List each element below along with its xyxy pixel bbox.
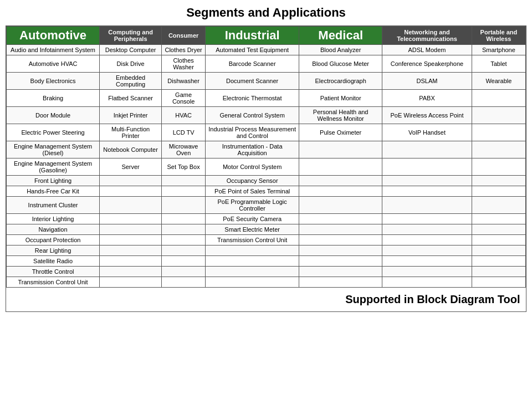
table-cell: PoE Programmable Logic Controller — [206, 197, 299, 214]
table-cell: Transmission Control Unit — [7, 277, 100, 288]
table-cell: Instrument Cluster — [7, 197, 100, 214]
table-cell — [382, 277, 472, 288]
table-cell: Game Console — [162, 90, 206, 107]
table-cell — [472, 224, 525, 235]
table-cell: Document Scanner — [206, 73, 299, 90]
table-cell: Microwave Oven — [162, 141, 206, 158]
table-cell: Blood Analyzer — [299, 45, 382, 55]
table-cell — [299, 197, 382, 214]
table-cell: Motor Control System — [206, 158, 299, 176]
table-cell — [162, 224, 206, 235]
table-cell: Automated Test Equipment — [206, 45, 299, 55]
table-cell: Desktop Computer — [100, 45, 162, 55]
table-cell: Navigation — [7, 224, 100, 235]
table-cell: Instrumentation - Data Acquisition — [206, 141, 299, 158]
table-cell: VoIP Handset — [382, 124, 472, 141]
table-row: Engine Management System (Diesel)Noteboo… — [7, 141, 526, 158]
table-cell: Front Lighting — [7, 176, 100, 186]
table-cell — [100, 267, 162, 277]
table-cell: Wearable — [472, 73, 525, 90]
table-cell — [472, 214, 525, 224]
table-cell — [299, 267, 382, 277]
footer-row: Supported in Block Diagram Tool — [7, 288, 526, 312]
table-row: Transmission Control Unit — [7, 277, 526, 288]
table-cell — [299, 245, 382, 256]
table-cell — [162, 277, 206, 288]
table-cell: LCD TV — [162, 124, 206, 141]
table-cell: DSLAM — [382, 73, 472, 90]
table-cell: Body Electronics — [7, 73, 100, 90]
table-cell — [382, 235, 472, 245]
table-cell — [299, 186, 382, 197]
table-cell — [100, 224, 162, 235]
table-cell: Blood Glucose Meter — [299, 55, 382, 73]
table-cell — [299, 256, 382, 267]
table-row: Throttle Control — [7, 267, 526, 277]
table-cell — [472, 124, 525, 141]
table-row: BrakingFlatbed ScannerGame ConsoleElectr… — [7, 90, 526, 107]
table-cell — [162, 214, 206, 224]
table-row: Satellite Radio — [7, 256, 526, 267]
table-cell — [100, 235, 162, 245]
table-cell — [472, 235, 525, 245]
table-cell: Automotive HVAC — [7, 55, 100, 73]
table-cell: PoE Wireless Access Point — [382, 107, 472, 124]
table-cell — [299, 158, 382, 176]
table-row: Electric Power SteeringMulti-Function Pr… — [7, 124, 526, 141]
table-cell — [299, 224, 382, 235]
table-cell — [206, 256, 299, 267]
table-row: Door ModuleInkjet PrinterHVACGeneral Con… — [7, 107, 526, 124]
table-cell — [100, 277, 162, 288]
table-cell — [100, 214, 162, 224]
table-cell — [162, 245, 206, 256]
table-cell: Multi-Function Printer — [100, 124, 162, 141]
table-cell — [472, 158, 525, 176]
table-cell: PABX — [382, 90, 472, 107]
table-cell — [206, 245, 299, 256]
table-row: Engine Management System (Gasoline)Serve… — [7, 158, 526, 176]
table-cell: Personal Health and Wellness Monitor — [299, 107, 382, 124]
col-header-automotive: Automotive — [7, 27, 100, 45]
table-cell: Dishwasher — [162, 73, 206, 90]
table-cell: Server — [100, 158, 162, 176]
table-cell — [299, 235, 382, 245]
table-cell — [472, 176, 525, 186]
table-cell: Rear Lighting — [7, 245, 100, 256]
table-cell: Engine Management System (Gasoline) — [7, 158, 100, 176]
table-cell: Pulse Oximeter — [299, 124, 382, 141]
table-cell — [472, 277, 525, 288]
table-cell — [100, 186, 162, 197]
table-cell: Hands-Free Car Kit — [7, 186, 100, 197]
table-body: Audio and Infotainment SystemDesktop Com… — [7, 45, 526, 312]
table-cell — [299, 141, 382, 158]
table-cell — [100, 245, 162, 256]
table-cell: Patient Monitor — [299, 90, 382, 107]
table-cell: Flatbed Scanner — [100, 90, 162, 107]
table-cell: Engine Management System (Diesel) — [7, 141, 100, 158]
table-cell — [100, 256, 162, 267]
col-header-medical: Medical — [299, 27, 382, 45]
table-cell: Smartphone — [472, 45, 525, 55]
table-cell — [100, 197, 162, 214]
table-row: Occupant ProtectionTransmission Control … — [7, 235, 526, 245]
table-cell — [382, 141, 472, 158]
table-cell — [472, 256, 525, 267]
main-table-wrapper: Automotive Computing and Peripherals Con… — [6, 25, 526, 312]
table-cell: Audio and Infotainment System — [7, 45, 100, 55]
table-cell: Industrial Process Measurement and Contr… — [206, 124, 299, 141]
table-cell: Satellite Radio — [7, 256, 100, 267]
col-header-portable: Portable and Wireless — [472, 27, 525, 45]
table-cell: Throttle Control — [7, 267, 100, 277]
table-cell — [299, 277, 382, 288]
table-row: Interior LightingPoE Security Camera — [7, 214, 526, 224]
table-cell — [162, 235, 206, 245]
table-cell: Occupancy Sensor — [206, 176, 299, 186]
table-cell — [472, 90, 525, 107]
table-cell: Transmission Control Unit — [206, 235, 299, 245]
table-cell: Notebook Computer — [100, 141, 162, 158]
table-cell: Clothes Washer — [162, 55, 206, 73]
table-cell — [382, 245, 472, 256]
table-cell: Barcode Scanner — [206, 55, 299, 73]
table-cell — [472, 267, 525, 277]
table-cell — [472, 107, 525, 124]
